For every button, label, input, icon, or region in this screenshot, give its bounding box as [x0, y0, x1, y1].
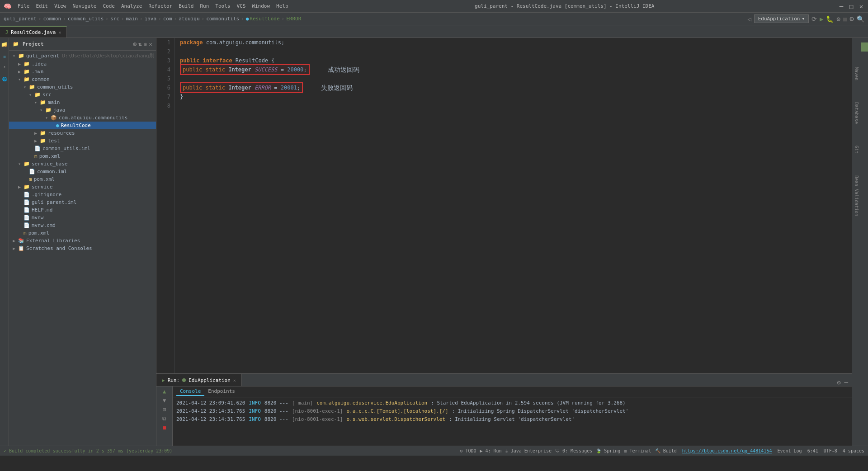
- status-encoding[interactable]: UTF-8: [824, 448, 837, 453]
- tree-item-test[interactable]: ▶ 📁 test: [9, 137, 156, 145]
- search-icon[interactable]: 🔍: [857, 15, 864, 23]
- debug-icon[interactable]: 🐛: [826, 15, 834, 23]
- status-tab-run[interactable]: ▶ 4: Run: [480, 448, 501, 453]
- menu-vcs[interactable]: VCS: [234, 2, 248, 10]
- run-config-dropdown[interactable]: EduApplication ▾: [754, 14, 809, 23]
- locate-icon[interactable]: ⊕: [133, 41, 137, 47]
- structure-icon[interactable]: ≡: [2, 54, 7, 60]
- menu-help[interactable]: Help: [274, 2, 291, 10]
- status-tab-messages[interactable]: 🗨 0: Messages: [555, 448, 592, 453]
- minimize-button[interactable]: ─: [838, 3, 844, 9]
- tree-item-common[interactable]: ▾ 📁 common: [9, 75, 156, 83]
- tree-item-guli-parent-iml[interactable]: 📄 guli_parent.iml: [9, 198, 156, 206]
- status-link[interactable]: https://blog.csdn.net/qq_44814154: [682, 448, 772, 453]
- tree-item-pom-root[interactable]: m pom.xml: [9, 229, 156, 237]
- tree-item-service[interactable]: ▶ 📁 service: [9, 183, 156, 191]
- expand-icon[interactable]: ⇅: [138, 41, 142, 47]
- maximize-button[interactable]: □: [848, 3, 854, 9]
- breadcrumb-item-5[interactable]: java: [145, 16, 157, 22]
- tree-item-external-libs[interactable]: ▶ 📚 External Libraries: [9, 237, 156, 245]
- tree-item-pom-common-utils[interactable]: m pom.xml: [9, 152, 156, 160]
- menu-file[interactable]: File: [15, 2, 33, 10]
- menu-analyze[interactable]: Analyze: [118, 2, 145, 10]
- scroll-down-icon[interactable]: ▼: [163, 397, 166, 404]
- breadcrumb-item-9[interactable]: ●ResultCode: [246, 16, 280, 22]
- tree-item-scratches[interactable]: ▶ 📋 Scratches and Consoles: [9, 245, 156, 252]
- project-icon[interactable]: 📁: [1, 40, 8, 50]
- tree-item-idea[interactable]: ▶ 📁 .idea: [9, 60, 156, 68]
- stop-run-icon[interactable]: ■: [163, 424, 166, 431]
- status-tab-todo[interactable]: ⊙ TODO: [460, 448, 476, 453]
- breadcrumb-item-3[interactable]: src: [110, 16, 119, 22]
- tree-item-main[interactable]: ▾ 📁 main: [9, 99, 156, 106]
- panel-close-icon[interactable]: ✕: [149, 41, 152, 47]
- event-log[interactable]: Event Log: [777, 448, 802, 453]
- menu-window[interactable]: Window: [249, 2, 273, 10]
- git-panel-label[interactable]: Git: [854, 144, 859, 155]
- status-tab-java-enterprise[interactable]: ☕ Java Enterprise: [505, 448, 552, 453]
- settings-icon[interactable]: ⚙: [849, 14, 854, 23]
- breadcrumb-item-10[interactable]: ERROR: [286, 16, 301, 22]
- code-content[interactable]: package com.atguigu.commonutils; public …: [175, 38, 852, 373]
- panel-settings-icon[interactable]: ⚙: [144, 41, 147, 47]
- tree-item-java[interactable]: ▾ 📁 java: [9, 106, 156, 114]
- menu-build[interactable]: Build: [176, 2, 196, 10]
- tab-close-button[interactable]: ✕: [58, 30, 61, 35]
- database-panel-label[interactable]: Database: [854, 100, 859, 126]
- menu-code[interactable]: Code: [100, 2, 118, 10]
- tree-item-package[interactable]: ▾ 📦 com.atguigu.commonutils: [9, 114, 156, 122]
- breadcrumb-item-7[interactable]: atguigu: [179, 16, 199, 22]
- tree-item-resources[interactable]: ▶ 📁 resources: [9, 129, 156, 137]
- tree-item-common-utils-iml[interactable]: 📄 common_utils.iml: [9, 145, 156, 152]
- tree-item-service-base[interactable]: ▾ 📁 service_base: [9, 160, 156, 168]
- breadcrumb-item-1[interactable]: common: [43, 16, 61, 22]
- keyword-interface: interface: [203, 56, 236, 65]
- filter-icon[interactable]: ⊟: [163, 406, 166, 413]
- tree-item-gitignore[interactable]: 📄 .gitignore: [9, 191, 156, 198]
- tree-item-common-iml[interactable]: 📄 common.iml: [9, 168, 156, 175]
- bottom-minimize-icon[interactable]: ─: [844, 379, 848, 386]
- status-tab-build[interactable]: 🔨 Build: [655, 448, 677, 453]
- tree-item-src[interactable]: ▾ 📁 src: [9, 91, 156, 99]
- status-tab-terminal[interactable]: ⊞ Terminal: [624, 448, 651, 453]
- stop-icon[interactable]: ■: [843, 15, 847, 23]
- bean-validation-panel-label[interactable]: Bean Validation: [854, 174, 859, 218]
- close-button[interactable]: ✕: [858, 3, 864, 9]
- run-tab[interactable]: ▶ Run: EduApplication ✕: [156, 374, 242, 386]
- breadcrumb-item-6[interactable]: com: [163, 16, 172, 22]
- sub-tab-console[interactable]: Console: [176, 387, 204, 396]
- favorites-icon[interactable]: ★: [2, 63, 7, 71]
- menu-navigate[interactable]: Navigate: [70, 2, 99, 10]
- breadcrumb-item-2[interactable]: common_utils: [68, 16, 104, 22]
- menu-view[interactable]: View: [52, 2, 69, 10]
- menu-tools[interactable]: Tools: [212, 2, 233, 10]
- sub-tab-endpoints[interactable]: Endpoints: [204, 387, 239, 396]
- tree-item-help[interactable]: 📄 HELP.md: [9, 206, 156, 214]
- status-tab-spring[interactable]: 🍃 Spring: [596, 448, 620, 453]
- bottom-settings-icon[interactable]: ⚙: [837, 379, 840, 386]
- tree-item-mvnw-cmd[interactable]: 📄 mvnw.cmd: [9, 221, 156, 229]
- status-indent[interactable]: 4 spaces: [843, 448, 864, 453]
- tree-item-mvnw[interactable]: 📄 mvnw: [9, 214, 156, 221]
- tree-item-mvn[interactable]: ▶ 📁 .mvn: [9, 68, 156, 75]
- breadcrumb-item-0[interactable]: guli_parent: [4, 16, 37, 22]
- tree-item-resultcode[interactable]: ● ResultCode: [9, 122, 156, 129]
- tree-root[interactable]: ▾ 📁 guli_parent D:\UserData\Desktop\xiao…: [9, 52, 156, 60]
- editor-tab-resultcode[interactable]: J ResultCode.java ✕: [0, 26, 67, 38]
- menu-edit[interactable]: Edit: [33, 2, 51, 10]
- rebuild-icon[interactable]: ⟳: [811, 15, 817, 23]
- run-tab-close[interactable]: ✕: [233, 378, 236, 383]
- tree-item-pom-common[interactable]: m pom.xml: [9, 175, 156, 183]
- maven-panel-label[interactable]: Maven: [854, 65, 859, 82]
- web-icon[interactable]: 🌐: [2, 75, 7, 84]
- build-icon[interactable]: ▶: [820, 15, 823, 23]
- copy-icon[interactable]: ⧉: [162, 415, 166, 422]
- breadcrumb-item-4[interactable]: main: [126, 16, 138, 22]
- menu-run[interactable]: Run: [197, 2, 212, 10]
- coverage-icon[interactable]: ⚙: [836, 15, 840, 23]
- scroll-up-icon[interactable]: ▲: [163, 388, 166, 395]
- back-icon[interactable]: ◁: [747, 15, 751, 23]
- tree-item-common-utils[interactable]: ▾ 📁 common_utils: [9, 83, 156, 91]
- menu-refactor[interactable]: Refactor: [146, 2, 175, 10]
- breadcrumb-item-8[interactable]: commonutils: [206, 16, 239, 22]
